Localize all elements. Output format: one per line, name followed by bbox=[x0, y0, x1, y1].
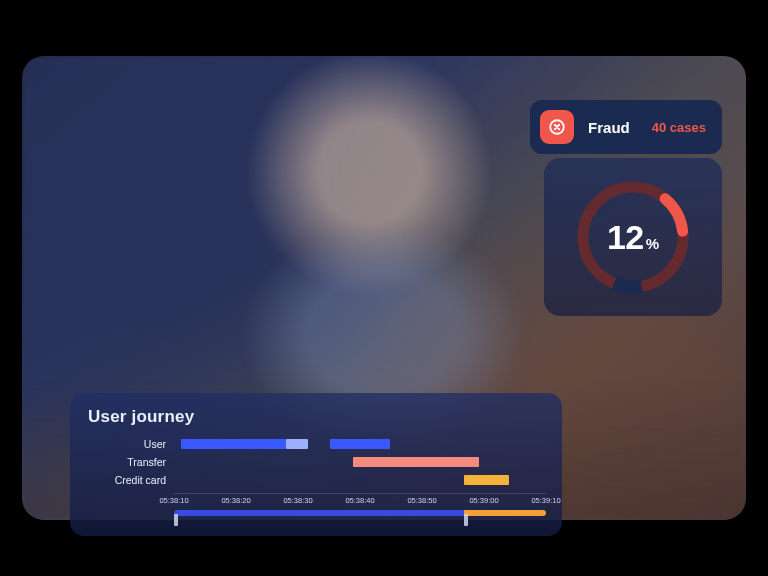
axis-tick: 05:38:50 bbox=[407, 496, 436, 505]
close-circle-icon bbox=[540, 110, 574, 144]
timeline-row: Transfer bbox=[86, 455, 546, 469]
axis-tick: 05:39:00 bbox=[469, 496, 498, 505]
timeline-scrub-handles[interactable] bbox=[174, 518, 546, 526]
timeline-segment[interactable] bbox=[286, 439, 308, 449]
fraud-rate-card[interactable]: 12 % bbox=[544, 158, 722, 316]
axis-tick: 05:38:30 bbox=[283, 496, 312, 505]
timeline-row-track bbox=[174, 439, 546, 449]
timeline-row-label: Credit card bbox=[86, 474, 174, 486]
timeline-row-track bbox=[174, 475, 546, 485]
timeline-segment[interactable] bbox=[181, 439, 285, 449]
percent-value: 12 bbox=[607, 218, 644, 257]
timeline-segment[interactable] bbox=[353, 457, 479, 467]
user-journey-card[interactable]: User journey UserTransferCredit card 05:… bbox=[70, 393, 562, 536]
radial-progress: 12 % bbox=[571, 175, 695, 299]
user-journey-title: User journey bbox=[88, 407, 546, 427]
axis-tick: 05:38:40 bbox=[345, 496, 374, 505]
timeline-row: User bbox=[86, 437, 546, 451]
timeline-row: Credit card bbox=[86, 473, 546, 487]
axis-tick: 05:38:10 bbox=[159, 496, 188, 505]
timeline-segment[interactable] bbox=[330, 439, 390, 449]
fraud-count: 40 cases bbox=[652, 120, 706, 135]
fraud-alert-pill[interactable]: Fraud 40 cases bbox=[530, 100, 722, 154]
timeline-scrub-bar[interactable] bbox=[174, 510, 546, 516]
fraud-label: Fraud bbox=[588, 119, 630, 136]
axis-tick: 05:39:10 bbox=[531, 496, 560, 505]
timeline-segment[interactable] bbox=[464, 475, 509, 485]
timeline-row-track bbox=[174, 457, 546, 467]
axis-tick: 05:38:20 bbox=[221, 496, 250, 505]
timeline-row-label: User bbox=[86, 438, 174, 450]
timeline-axis: 05:38:1005:38:2005:38:3005:38:4005:38:50… bbox=[174, 493, 546, 504]
timeline-row-label: Transfer bbox=[86, 456, 174, 468]
percent-unit: % bbox=[646, 235, 659, 252]
